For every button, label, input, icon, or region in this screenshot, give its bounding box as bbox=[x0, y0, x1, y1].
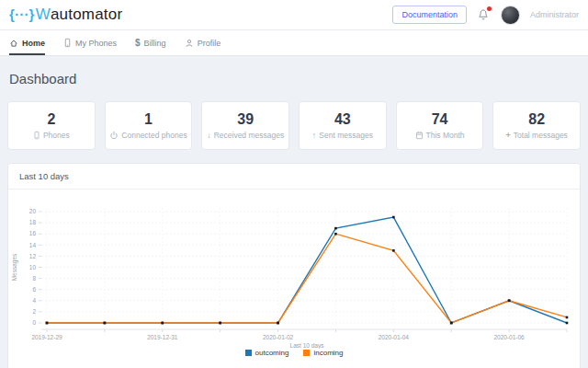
stat-value-total-messages: 82 bbox=[495, 110, 578, 128]
svg-text:2020-01-02: 2020-01-02 bbox=[263, 334, 294, 340]
stat-value-connected-phones: 1 bbox=[107, 110, 190, 128]
documentation-button[interactable]: Documentation bbox=[392, 6, 467, 24]
top-header: {···} W automator Documentation Administ… bbox=[0, 0, 588, 30]
nav-item-profile[interactable]: Profile bbox=[185, 30, 221, 55]
svg-text:14: 14 bbox=[29, 242, 37, 248]
stat-label-phones: Phones bbox=[43, 131, 70, 140]
stat-value-this-month: 74 bbox=[399, 110, 481, 128]
svg-text:2019-12-31: 2019-12-31 bbox=[147, 334, 178, 340]
stat-card-this-month: 74 This Month bbox=[396, 101, 484, 150]
notifications-button[interactable] bbox=[477, 7, 491, 22]
person-icon bbox=[185, 39, 194, 48]
logo-brand-first: W bbox=[36, 6, 51, 24]
svg-text:2: 2 bbox=[32, 308, 36, 315]
chat-bubble-icon: {···} bbox=[9, 6, 35, 22]
stat-value-phones: 2 bbox=[10, 110, 93, 128]
nav-label-home: Home bbox=[22, 39, 45, 48]
phone-icon bbox=[33, 131, 40, 140]
logo-brand-rest: automator bbox=[51, 6, 122, 24]
notification-badge bbox=[487, 6, 492, 11]
svg-text:12: 12 bbox=[29, 253, 37, 259]
home-icon bbox=[9, 39, 18, 48]
svg-text:Last 10 days: Last 10 days bbox=[290, 342, 325, 350]
plus-icon: + bbox=[506, 132, 511, 140]
last-10-days-card: Last 10 days 024681012141618202019-12-29… bbox=[7, 163, 581, 368]
chart-body: 024681012141618202019-12-292019-12-31202… bbox=[8, 190, 580, 357]
svg-text:0: 0 bbox=[32, 319, 36, 326]
svg-text:8: 8 bbox=[32, 275, 36, 282]
svg-text:Messages: Messages bbox=[11, 253, 18, 281]
nav-item-home[interactable]: Home bbox=[9, 30, 45, 55]
arrow-up-icon: ↑ bbox=[312, 132, 317, 140]
app-logo[interactable]: {···} W automator bbox=[9, 6, 122, 24]
page-title: Dashboard bbox=[9, 71, 579, 86]
svg-text:16: 16 bbox=[29, 231, 37, 237]
stat-value-sent-messages: 43 bbox=[301, 110, 384, 128]
legend-swatch-outcoming bbox=[245, 350, 252, 356]
svg-text:2019-12-29: 2019-12-29 bbox=[31, 334, 62, 340]
user-avatar[interactable] bbox=[501, 6, 520, 25]
svg-text:18: 18 bbox=[29, 219, 37, 225]
legend-item-outcoming[interactable]: outcoming bbox=[245, 349, 289, 357]
svg-text:4: 4 bbox=[32, 297, 36, 304]
stat-label-connected-phones: Connected phones bbox=[121, 131, 187, 140]
stats-row: 2 Phones 1 Connected phones 39 bbox=[7, 101, 581, 150]
legend-swatch-incoming bbox=[303, 350, 310, 356]
user-name[interactable]: Administrator bbox=[530, 10, 579, 19]
nav-item-billing[interactable]: $ Billing bbox=[135, 30, 166, 55]
nav-label-billing: Billing bbox=[144, 39, 166, 48]
stat-label-received-messages: Received messages bbox=[214, 131, 285, 140]
legend-label-outcoming: outcoming bbox=[255, 349, 289, 357]
stat-card-received-messages: 39 ↓ Received messages bbox=[201, 101, 289, 150]
stat-label-sent-messages: Sent messages bbox=[319, 131, 373, 140]
stat-card-phones: 2 Phones bbox=[7, 101, 96, 150]
power-icon bbox=[109, 131, 119, 140]
chart-legend: outcomingincoming bbox=[8, 349, 580, 357]
stat-card-connected-phones: 1 Connected phones bbox=[105, 101, 193, 150]
main-content: Dashboard 2 Phones 1 Connected phones bbox=[0, 56, 588, 368]
stat-card-total-messages: 82 + Total messages bbox=[492, 101, 581, 150]
legend-label-incoming: incoming bbox=[313, 349, 343, 357]
chart-card-title: Last 10 days bbox=[8, 164, 580, 190]
line-chart[interactable]: 024681012141618202019-12-292019-12-31202… bbox=[8, 190, 580, 349]
calendar-icon bbox=[415, 131, 424, 140]
arrow-down-icon: ↓ bbox=[207, 132, 211, 140]
svg-text:2020-01-06: 2020-01-06 bbox=[493, 334, 525, 340]
mobile-phone-icon bbox=[63, 38, 72, 48]
svg-text:20: 20 bbox=[29, 208, 37, 214]
main-nav: Home My Phones $ Billing Profile bbox=[0, 30, 588, 56]
svg-text:6: 6 bbox=[32, 286, 36, 293]
stat-label-total-messages: Total messages bbox=[514, 131, 568, 140]
nav-label-my-phones: My Phones bbox=[75, 39, 117, 48]
dollar-icon: $ bbox=[135, 38, 141, 48]
svg-text:10: 10 bbox=[29, 264, 37, 270]
nav-label-profile: Profile bbox=[198, 39, 221, 48]
svg-text:2020-01-04: 2020-01-04 bbox=[379, 334, 410, 340]
nav-item-my-phones[interactable]: My Phones bbox=[63, 30, 117, 55]
legend-item-incoming[interactable]: incoming bbox=[303, 349, 343, 357]
stat-label-this-month: This Month bbox=[426, 131, 465, 140]
stat-card-sent-messages: 43 ↑ Sent messages bbox=[299, 101, 387, 150]
stat-value-received-messages: 39 bbox=[204, 110, 287, 128]
